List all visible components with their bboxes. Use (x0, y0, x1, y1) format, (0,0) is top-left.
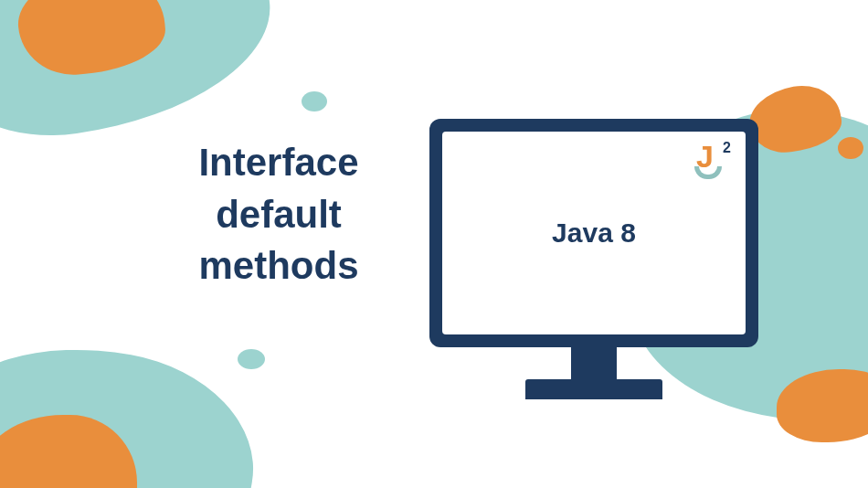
heading-line-1: Interface (151, 137, 407, 189)
blob-decoration (238, 349, 265, 369)
logo-superscript-2: 2 (723, 141, 731, 155)
screen-text: Java 8 (552, 217, 636, 249)
monitor-frame: J 2 Java 8 (429, 119, 758, 347)
monitor-illustration: J 2 Java 8 (429, 119, 758, 399)
logo-arc-icon (694, 166, 722, 179)
monitor-stand-base (525, 379, 662, 399)
blob-decoration (302, 91, 327, 111)
monitor-screen: J 2 Java 8 (442, 132, 746, 334)
blob-decoration (838, 137, 863, 159)
j2-logo: J 2 (689, 141, 733, 185)
heading-line-2: default (151, 189, 407, 241)
heading-line-3: methods (151, 240, 407, 292)
monitor-stand-neck (571, 347, 617, 379)
main-heading: Interface default methods (151, 137, 407, 292)
